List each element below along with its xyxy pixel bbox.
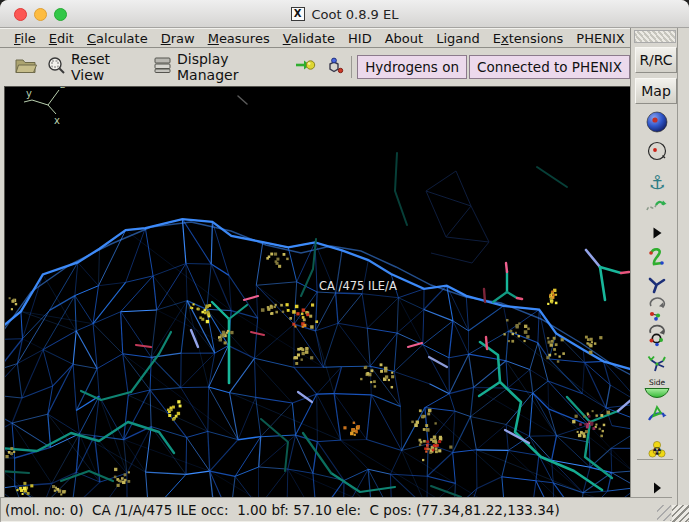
model-fit-refine-panel: R/RC Map ⚓Side☢: [630, 28, 689, 522]
reset-view-label: Reset View: [71, 51, 137, 83]
window-title: Coot 0.8.9 EL: [312, 7, 399, 22]
go-to-atom-button[interactable]: [290, 53, 321, 80]
phenix-connection-badge[interactable]: Connected to PHENIX: [469, 55, 630, 79]
magnifier-icon: [47, 56, 66, 78]
fixed-atoms-anchor-icon[interactable]: ⚓: [644, 169, 670, 195]
auto-fit-rotamer-icon[interactable]: [644, 324, 670, 350]
title-bar: X Coot 0.8.9 EL: [0, 0, 689, 28]
expand-more-icon[interactable]: [644, 220, 670, 246]
jiggle-fit-icon[interactable]: [644, 401, 670, 427]
menu-file[interactable]: File: [8, 30, 42, 47]
edit-chi-angles-icon[interactable]: [644, 351, 670, 377]
menu-calculate[interactable]: Calculate: [81, 30, 154, 47]
open-folder-icon: [15, 56, 37, 78]
menu-about[interactable]: About: [379, 30, 429, 47]
status-bar: (mol. no: 0) CA /1/A/475 ILE occ: 1.00 b…: [0, 497, 672, 522]
menu-measures[interactable]: Measures: [202, 30, 276, 47]
display-manager-button[interactable]: Display Manager: [148, 48, 284, 86]
rotate-translate-icon[interactable]: [644, 297, 670, 323]
reset-rc-button[interactable]: R/RC: [635, 47, 677, 73]
hydrogens-badge[interactable]: Hydrogens on: [357, 55, 467, 79]
real-space-refine-icon[interactable]: [644, 245, 670, 271]
display-manager-icon: [153, 56, 172, 77]
menu-edit[interactable]: Edit: [43, 30, 80, 47]
go-to-atom-icon: [295, 56, 316, 77]
svg-text:☢: ☢: [652, 445, 662, 458]
menu-extensions[interactable]: Extensions: [487, 30, 570, 47]
go-to-ligand-icon: [326, 56, 344, 78]
reset-view-button[interactable]: Reset View: [42, 48, 142, 86]
mutate-autofit-icon[interactable]: ☢: [644, 437, 670, 463]
menu-phenix[interactable]: PHENIX: [570, 30, 630, 47]
regularize-zone-icon[interactable]: [644, 271, 670, 297]
menu-hid[interactable]: HID: [342, 30, 378, 47]
svg-text:⚓: ⚓: [648, 171, 665, 193]
x11-app-icon: X: [291, 7, 305, 21]
toolbar-separator: [351, 56, 352, 78]
map-button[interactable]: Map: [635, 78, 677, 104]
3d-viewport[interactable]: zyxCA /475 ILE/A: [4, 86, 630, 497]
atom-label: CA /475 ILE/A: [319, 279, 397, 293]
svg-text:x: x: [54, 115, 60, 126]
menu-ligand[interactable]: Ligand: [430, 30, 486, 47]
svg-text:y: y: [26, 88, 32, 99]
display-manager-label: Display Manager: [177, 51, 279, 83]
refine-fragment-icon[interactable]: [644, 193, 670, 219]
side-button-label: Side: [643, 379, 671, 387]
menu-draw[interactable]: Draw: [155, 30, 201, 47]
go-to-ligand-button[interactable]: [321, 53, 349, 81]
menu-validate[interactable]: Validate: [277, 30, 341, 47]
status-grip-marks: [657, 505, 671, 521]
sphere-refine-icon[interactable]: [644, 109, 670, 135]
window-resize-grip[interactable]: [672, 505, 689, 522]
tandem-refine-icon[interactable]: [644, 138, 670, 164]
status-text: (mol. no: 0) CA /1/A/475 ILE occ: 1.00 b…: [1, 502, 560, 518]
menu-bar: FileEditCalculateDrawMeasuresValidateHID…: [0, 28, 632, 48]
svg-text:z: z: [60, 87, 65, 90]
panel-drag-grip[interactable]: [634, 30, 676, 43]
main-toolbar: Reset View Display Manager: [0, 48, 632, 85]
open-coordinates-button[interactable]: [10, 53, 42, 81]
coot-window: X Coot 0.8.9 EL FileEditCalculateDrawMea…: [0, 0, 689, 522]
